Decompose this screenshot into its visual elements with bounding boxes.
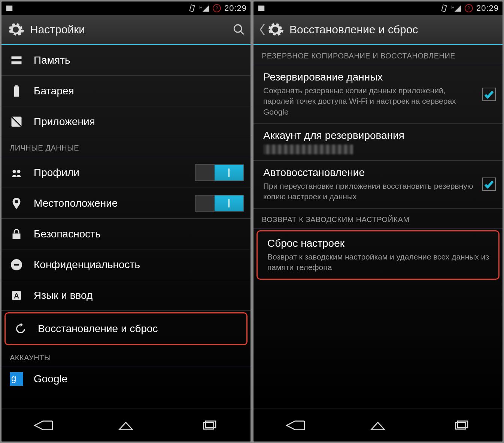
item-label: Батарея bbox=[34, 85, 244, 97]
gear-icon bbox=[7, 21, 25, 39]
item-label: Язык и ввод bbox=[34, 289, 244, 301]
back-button[interactable] bbox=[282, 418, 308, 433]
item-memory[interactable]: Память bbox=[1, 45, 251, 76]
svg-text:2: 2 bbox=[215, 5, 218, 11]
gear-icon[interactable] bbox=[266, 21, 284, 39]
item-label: Безопасность bbox=[34, 228, 244, 240]
item-location[interactable]: Местоположение bbox=[1, 188, 251, 219]
item-title: Резервирование данных bbox=[263, 71, 476, 83]
item-language[interactable]: A Язык и ввод bbox=[1, 280, 251, 311]
item-backup-account[interactable]: Аккаунт для резервирования bbox=[253, 124, 503, 161]
item-apps[interactable]: Приложения bbox=[1, 106, 251, 137]
location-icon bbox=[10, 197, 23, 210]
action-bar: Восстановление и сброс bbox=[253, 15, 503, 45]
image-icon bbox=[257, 4, 265, 12]
highlight-box: Сброс настроек Возврат к заводским настр… bbox=[256, 230, 500, 280]
language-icon: A bbox=[10, 289, 23, 302]
profiles-switch[interactable] bbox=[195, 164, 244, 181]
svg-point-10 bbox=[17, 170, 21, 173]
section-personal: ЛИЧНЫЕ ДАННЫЕ bbox=[1, 137, 251, 157]
status-bar: H 2 20:29 bbox=[253, 1, 503, 15]
item-profiles[interactable]: Профили bbox=[1, 157, 251, 188]
svg-text:A: A bbox=[14, 291, 19, 300]
item-battery[interactable]: Батарея bbox=[1, 76, 251, 106]
item-title: Аккаунт для резервирования bbox=[263, 130, 496, 142]
settings-list: Память Батарея Приложения ЛИЧНЫЕ ДАННЫЕ … bbox=[1, 45, 251, 409]
home-button[interactable] bbox=[365, 418, 391, 433]
nav-bar bbox=[1, 409, 251, 442]
svg-rect-7 bbox=[15, 85, 18, 87]
svg-rect-5 bbox=[12, 61, 22, 64]
item-backup-data[interactable]: Резервирование данных Сохранять резервны… bbox=[253, 65, 503, 124]
item-google[interactable]: g Google bbox=[1, 367, 251, 391]
svg-rect-17 bbox=[442, 5, 447, 12]
section-backup: РЕЗЕРВНОЕ КОПИРОВАНИЕ И ВОССТАНОВЛЕНИЕ bbox=[253, 45, 503, 65]
lock-icon bbox=[10, 227, 23, 241]
storage-icon bbox=[10, 54, 23, 67]
auto-restore-checkbox[interactable] bbox=[482, 177, 496, 191]
section-reset: ВОЗВРАТ К ЗАВОДСКИМ НАСТРОЙКАМ bbox=[253, 209, 503, 229]
image-icon bbox=[5, 4, 13, 12]
location-switch[interactable] bbox=[195, 195, 244, 212]
actionbar-title: Настройки bbox=[30, 23, 233, 36]
item-security[interactable]: Безопасность bbox=[1, 219, 251, 249]
apps-icon bbox=[10, 115, 23, 128]
action-bar: Настройки bbox=[1, 15, 251, 45]
search-icon[interactable] bbox=[233, 23, 245, 36]
censored-account bbox=[263, 145, 353, 154]
home-button[interactable] bbox=[113, 418, 139, 433]
vibrate-icon bbox=[188, 4, 196, 12]
battery-icon bbox=[10, 84, 23, 98]
backup-reset-list: РЕЗЕРВНОЕ КОПИРОВАНИЕ И ВОССТАНОВЛЕНИЕ Р… bbox=[253, 45, 503, 409]
item-label: Приложения bbox=[34, 116, 244, 128]
restore-icon bbox=[14, 322, 27, 336]
svg-rect-11 bbox=[13, 233, 21, 239]
status-clock: 20:29 bbox=[224, 3, 247, 13]
svg-rect-6 bbox=[14, 87, 19, 97]
recent-button[interactable] bbox=[196, 418, 222, 433]
item-factory-reset[interactable]: Сброс настроек Возврат к заводским настр… bbox=[258, 231, 498, 279]
item-privacy[interactable]: Конфиденциальность bbox=[1, 249, 251, 280]
signal-icon: H bbox=[451, 5, 461, 12]
sim-badge-icon: 2 bbox=[212, 4, 221, 13]
svg-rect-0 bbox=[190, 5, 195, 12]
item-label: Память bbox=[34, 54, 244, 66]
svg-point-3 bbox=[234, 25, 242, 32]
item-auto-restore[interactable]: Автовосстановление При переустановке при… bbox=[253, 161, 503, 209]
svg-rect-4 bbox=[12, 56, 22, 59]
item-label: Конфиденциальность bbox=[34, 259, 244, 271]
item-label: Местоположение bbox=[34, 197, 195, 209]
signal-icon: H bbox=[199, 5, 209, 12]
section-accounts: АККАУНТЫ bbox=[1, 347, 251, 367]
nav-bar bbox=[253, 409, 503, 442]
profile-icon bbox=[10, 166, 23, 179]
phone-right: H 2 20:29 Восстановление и сброс РЕЗЕРВН… bbox=[253, 1, 503, 442]
svg-point-9 bbox=[13, 170, 16, 173]
recent-button[interactable] bbox=[448, 418, 474, 433]
highlight-box: Восстановление и сброс bbox=[4, 312, 248, 345]
item-desc: Сохранять резервные копии данных приложе… bbox=[263, 85, 476, 117]
vibrate-icon bbox=[440, 4, 448, 12]
actionbar-title: Восстановление и сброс bbox=[289, 23, 497, 36]
back-button[interactable] bbox=[30, 418, 56, 433]
backup-data-checkbox[interactable] bbox=[482, 88, 496, 101]
phone-left: H 2 20:29 Настройки Память Батарея Прило… bbox=[1, 1, 251, 442]
item-desc: Возврат к заводским настройкам и удалени… bbox=[267, 252, 492, 273]
privacy-icon bbox=[10, 258, 23, 271]
item-label: Google bbox=[34, 373, 244, 385]
status-clock: 20:29 bbox=[476, 3, 499, 13]
svg-text:2: 2 bbox=[467, 5, 470, 11]
item-backup-reset[interactable]: Восстановление и сброс bbox=[6, 313, 246, 344]
item-desc: При переустановке приложения восстановит… bbox=[263, 181, 476, 202]
status-bar: H 2 20:29 bbox=[1, 1, 251, 15]
back-chevron-icon[interactable] bbox=[259, 23, 265, 36]
sim-badge-icon: 2 bbox=[464, 4, 473, 13]
item-title: Сброс настроек bbox=[267, 237, 492, 249]
item-title: Автовосстановление bbox=[263, 167, 476, 179]
item-label: Восстановление и сброс bbox=[38, 323, 240, 335]
item-label: Профили bbox=[34, 167, 195, 179]
google-icon: g bbox=[10, 372, 23, 386]
